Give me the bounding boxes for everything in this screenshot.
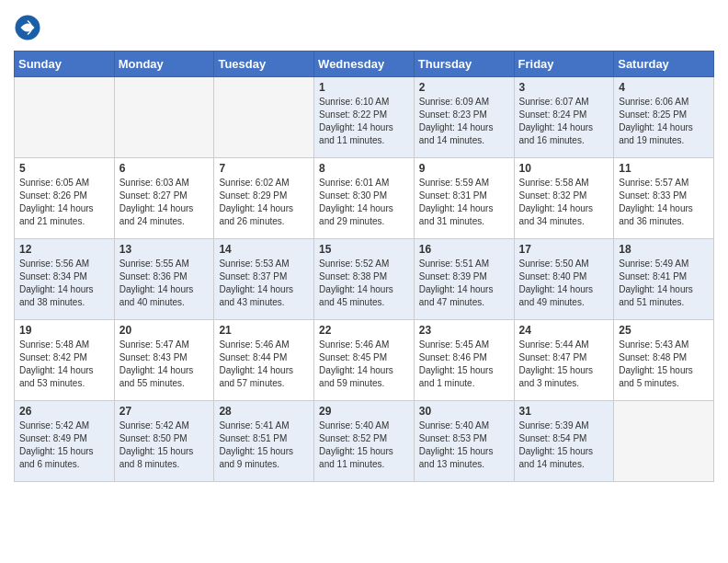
weekday-header: Saturday — [614, 52, 714, 77]
calendar-week-row: 19Sunrise: 5:48 AM Sunset: 8:42 PM Dayli… — [15, 320, 714, 401]
day-number: 18 — [619, 243, 709, 256]
day-number: 9 — [419, 162, 509, 175]
day-number: 1 — [319, 81, 409, 94]
calendar-cell: 10Sunrise: 5:58 AM Sunset: 8:32 PM Dayli… — [514, 158, 614, 239]
day-info: Sunrise: 5:45 AM Sunset: 8:46 PM Dayligh… — [419, 339, 509, 390]
day-number: 17 — [519, 243, 609, 256]
calendar-cell: 19Sunrise: 5:48 AM Sunset: 8:42 PM Dayli… — [15, 320, 115, 401]
calendar-cell: 21Sunrise: 5:46 AM Sunset: 8:44 PM Dayli… — [214, 320, 314, 401]
day-number: 6 — [119, 162, 210, 175]
calendar-cell: 2Sunrise: 6:09 AM Sunset: 8:23 PM Daylig… — [414, 77, 514, 158]
day-info: Sunrise: 5:53 AM Sunset: 8:37 PM Dayligh… — [219, 258, 309, 309]
day-info: Sunrise: 5:50 AM Sunset: 8:40 PM Dayligh… — [519, 258, 609, 309]
day-number: 13 — [119, 243, 210, 256]
day-number: 4 — [619, 81, 709, 94]
day-info: Sunrise: 5:39 AM Sunset: 8:54 PM Dayligh… — [519, 419, 609, 471]
day-info: Sunrise: 5:43 AM Sunset: 8:48 PM Dayligh… — [619, 339, 709, 390]
weekday-header: Monday — [114, 52, 214, 77]
calendar-cell: 5Sunrise: 6:05 AM Sunset: 8:26 PM Daylig… — [15, 158, 115, 239]
calendar-cell: 7Sunrise: 6:02 AM Sunset: 8:29 PM Daylig… — [214, 158, 314, 239]
day-info: Sunrise: 6:06 AM Sunset: 8:25 PM Dayligh… — [619, 96, 709, 147]
calendar-cell: 27Sunrise: 5:42 AM Sunset: 8:50 PM Dayli… — [114, 401, 214, 482]
day-number: 8 — [319, 162, 409, 175]
calendar-cell — [214, 77, 314, 158]
day-info: Sunrise: 5:41 AM Sunset: 8:51 PM Dayligh… — [219, 419, 309, 471]
day-info: Sunrise: 5:44 AM Sunset: 8:47 PM Dayligh… — [519, 339, 609, 390]
calendar-cell: 18Sunrise: 5:49 AM Sunset: 8:41 PM Dayli… — [614, 239, 714, 320]
day-number: 22 — [319, 324, 409, 337]
day-info: Sunrise: 5:42 AM Sunset: 8:50 PM Dayligh… — [119, 419, 210, 471]
weekday-header: Thursday — [414, 52, 514, 77]
calendar-cell: 16Sunrise: 5:51 AM Sunset: 8:39 PM Dayli… — [414, 239, 514, 320]
day-info: Sunrise: 5:59 AM Sunset: 8:31 PM Dayligh… — [419, 177, 509, 228]
logo — [14, 14, 45, 41]
day-number: 14 — [219, 243, 309, 256]
day-info: Sunrise: 5:56 AM Sunset: 8:34 PM Dayligh… — [19, 258, 109, 309]
day-info: Sunrise: 5:42 AM Sunset: 8:49 PM Dayligh… — [19, 419, 109, 471]
day-number: 5 — [19, 162, 109, 175]
day-info: Sunrise: 5:52 AM Sunset: 8:38 PM Dayligh… — [319, 258, 409, 309]
calendar-cell: 28Sunrise: 5:41 AM Sunset: 8:51 PM Dayli… — [214, 401, 314, 482]
day-info: Sunrise: 5:58 AM Sunset: 8:32 PM Dayligh… — [519, 177, 609, 228]
calendar-cell: 30Sunrise: 5:40 AM Sunset: 8:53 PM Dayli… — [414, 401, 514, 482]
calendar-cell: 4Sunrise: 6:06 AM Sunset: 8:25 PM Daylig… — [614, 77, 714, 158]
day-info: Sunrise: 6:02 AM Sunset: 8:29 PM Dayligh… — [219, 177, 309, 228]
day-info: Sunrise: 5:48 AM Sunset: 8:42 PM Dayligh… — [19, 339, 109, 390]
calendar-week-row: 1Sunrise: 6:10 AM Sunset: 8:22 PM Daylig… — [15, 77, 714, 158]
day-number: 3 — [519, 81, 609, 94]
calendar-cell: 20Sunrise: 5:47 AM Sunset: 8:43 PM Dayli… — [114, 320, 214, 401]
day-number: 16 — [419, 243, 509, 256]
calendar-cell: 23Sunrise: 5:45 AM Sunset: 8:46 PM Dayli… — [414, 320, 514, 401]
calendar-cell: 26Sunrise: 5:42 AM Sunset: 8:49 PM Dayli… — [15, 401, 115, 482]
calendar-cell: 31Sunrise: 5:39 AM Sunset: 8:54 PM Dayli… — [514, 401, 614, 482]
calendar-cell: 12Sunrise: 5:56 AM Sunset: 8:34 PM Dayli… — [15, 239, 115, 320]
day-number: 21 — [219, 324, 309, 337]
calendar-cell — [114, 77, 214, 158]
calendar-cell: 1Sunrise: 6:10 AM Sunset: 8:22 PM Daylig… — [314, 77, 415, 158]
day-info: Sunrise: 5:47 AM Sunset: 8:43 PM Dayligh… — [119, 339, 210, 390]
calendar-cell: 8Sunrise: 6:01 AM Sunset: 8:30 PM Daylig… — [314, 158, 415, 239]
day-number: 7 — [219, 162, 309, 175]
calendar-cell: 13Sunrise: 5:55 AM Sunset: 8:36 PM Dayli… — [114, 239, 214, 320]
weekday-header: Friday — [514, 52, 614, 77]
day-number: 20 — [119, 324, 210, 337]
calendar-cell: 25Sunrise: 5:43 AM Sunset: 8:48 PM Dayli… — [614, 320, 714, 401]
day-info: Sunrise: 5:51 AM Sunset: 8:39 PM Dayligh… — [419, 258, 509, 309]
calendar-cell: 3Sunrise: 6:07 AM Sunset: 8:24 PM Daylig… — [514, 77, 614, 158]
day-number: 10 — [519, 162, 609, 175]
day-info: Sunrise: 5:40 AM Sunset: 8:52 PM Dayligh… — [319, 419, 409, 471]
calendar-cell: 14Sunrise: 5:53 AM Sunset: 8:37 PM Dayli… — [214, 239, 314, 320]
weekday-header: Sunday — [15, 52, 115, 77]
calendar-cell: 11Sunrise: 5:57 AM Sunset: 8:33 PM Dayli… — [614, 158, 714, 239]
day-info: Sunrise: 6:07 AM Sunset: 8:24 PM Dayligh… — [519, 96, 609, 147]
day-number: 2 — [419, 81, 509, 94]
day-info: Sunrise: 6:05 AM Sunset: 8:26 PM Dayligh… — [19, 177, 109, 228]
logo-icon — [14, 14, 41, 41]
day-info: Sunrise: 5:40 AM Sunset: 8:53 PM Dayligh… — [419, 419, 509, 471]
day-info: Sunrise: 5:55 AM Sunset: 8:36 PM Dayligh… — [119, 258, 210, 309]
day-info: Sunrise: 6:03 AM Sunset: 8:27 PM Dayligh… — [119, 177, 210, 228]
day-number: 11 — [619, 162, 709, 175]
weekday-header: Tuesday — [214, 52, 314, 77]
calendar-cell: 9Sunrise: 5:59 AM Sunset: 8:31 PM Daylig… — [414, 158, 514, 239]
day-number: 31 — [519, 405, 609, 418]
calendar-cell: 22Sunrise: 5:46 AM Sunset: 8:45 PM Dayli… — [314, 320, 415, 401]
day-number: 15 — [319, 243, 409, 256]
calendar-week-row: 26Sunrise: 5:42 AM Sunset: 8:49 PM Dayli… — [15, 401, 714, 482]
calendar-cell: 6Sunrise: 6:03 AM Sunset: 8:27 PM Daylig… — [114, 158, 214, 239]
calendar-cell: 15Sunrise: 5:52 AM Sunset: 8:38 PM Dayli… — [314, 239, 415, 320]
day-number: 24 — [519, 324, 609, 337]
day-number: 23 — [419, 324, 509, 337]
calendar-week-row: 5Sunrise: 6:05 AM Sunset: 8:26 PM Daylig… — [15, 158, 714, 239]
calendar-cell — [614, 401, 714, 482]
day-number: 19 — [19, 324, 109, 337]
day-number: 28 — [219, 405, 309, 418]
calendar-week-row: 12Sunrise: 5:56 AM Sunset: 8:34 PM Dayli… — [15, 239, 714, 320]
day-number: 27 — [119, 405, 210, 418]
weekday-header: Wednesday — [314, 52, 415, 77]
day-info: Sunrise: 6:09 AM Sunset: 8:23 PM Dayligh… — [419, 96, 509, 147]
day-info: Sunrise: 6:01 AM Sunset: 8:30 PM Dayligh… — [319, 177, 409, 228]
day-info: Sunrise: 5:49 AM Sunset: 8:41 PM Dayligh… — [619, 258, 709, 309]
calendar-cell: 29Sunrise: 5:40 AM Sunset: 8:52 PM Dayli… — [314, 401, 415, 482]
day-info: Sunrise: 5:46 AM Sunset: 8:44 PM Dayligh… — [219, 339, 309, 390]
